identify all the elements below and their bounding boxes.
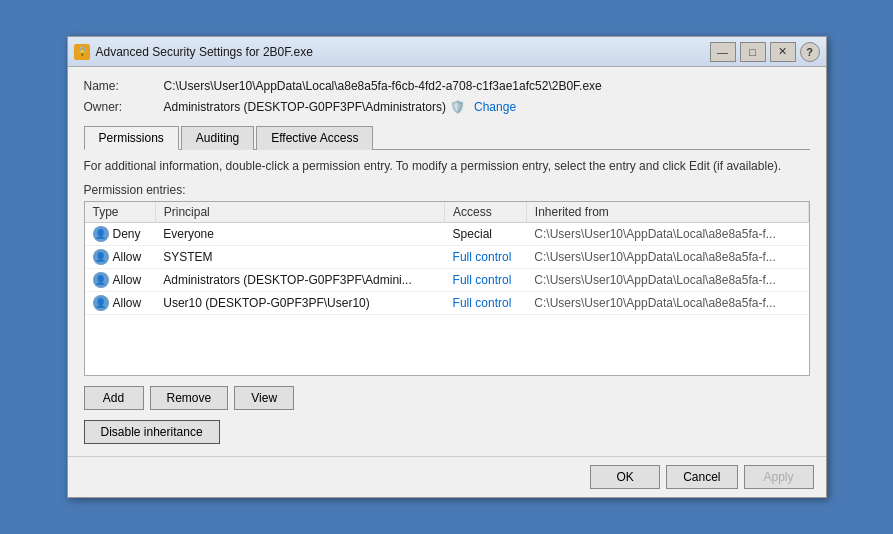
- close-button[interactable]: ✕: [770, 42, 796, 62]
- table-row[interactable]: 👤AllowSYSTEMFull controlC:\Users\User10\…: [85, 245, 809, 268]
- name-value: C:\Users\User10\AppData\Local\a8e8a5fa-f…: [164, 79, 602, 93]
- maximize-button[interactable]: □: [740, 42, 766, 62]
- window-icon: 🔒: [74, 44, 90, 60]
- section-label: Permission entries:: [84, 183, 810, 197]
- cancel-button[interactable]: Cancel: [666, 465, 737, 489]
- ok-button[interactable]: OK: [590, 465, 660, 489]
- cell-principal: Administrators (DESKTOP-G0PF3PF\Admini..…: [155, 268, 444, 291]
- tab-effective-access[interactable]: Effective Access: [256, 126, 373, 150]
- table-row[interactable]: 👤DenyEveryoneSpecialC:\Users\User10\AppD…: [85, 222, 809, 245]
- shield-icon: 🛡️: [450, 99, 466, 115]
- cell-type: 👤Allow: [85, 268, 156, 291]
- col-inherited: Inherited from: [526, 202, 808, 223]
- type-text: Allow: [113, 250, 142, 264]
- permissions-table: Type Principal Access Inherited from 👤De…: [85, 202, 809, 315]
- cell-type: 👤Allow: [85, 291, 156, 314]
- window-title: Advanced Security Settings for 2B0F.exe: [96, 45, 313, 59]
- table-header-row: Type Principal Access Inherited from: [85, 202, 809, 223]
- disable-inheritance-button[interactable]: Disable inheritance: [84, 420, 220, 444]
- col-principal: Principal: [155, 202, 444, 223]
- table-row[interactable]: 👤AllowUser10 (DESKTOP-G0PF3PF\User10)Ful…: [85, 291, 809, 314]
- full-control-link[interactable]: Full control: [453, 296, 512, 310]
- cell-principal: SYSTEM: [155, 245, 444, 268]
- apply-button[interactable]: Apply: [744, 465, 814, 489]
- cell-principal: Everyone: [155, 222, 444, 245]
- full-control-link[interactable]: Full control: [453, 273, 512, 287]
- cell-inherited: C:\Users\User10\AppData\Local\a8e8a5fa-f…: [526, 291, 808, 314]
- name-label: Name:: [84, 79, 164, 93]
- table-row[interactable]: 👤AllowAdministrators (DESKTOP-G0PF3PF\Ad…: [85, 268, 809, 291]
- change-link[interactable]: Change: [474, 100, 516, 114]
- name-row: Name: C:\Users\User10\AppData\Local\a8e8…: [84, 79, 810, 93]
- cell-access: Full control: [445, 268, 527, 291]
- help-button[interactable]: ?: [800, 42, 820, 62]
- user-avatar-icon: 👤: [93, 226, 109, 242]
- title-bar: 🔒 Advanced Security Settings for 2B0F.ex…: [68, 37, 826, 67]
- tabs-container: Permissions Auditing Effective Access: [84, 125, 810, 150]
- full-control-link[interactable]: Full control: [453, 250, 512, 264]
- user-avatar-icon: 👤: [93, 272, 109, 288]
- type-text: Allow: [113, 296, 142, 310]
- minimize-button[interactable]: —: [710, 42, 736, 62]
- type-text: Deny: [113, 227, 141, 241]
- cell-inherited: C:\Users\User10\AppData\Local\a8e8a5fa-f…: [526, 222, 808, 245]
- col-access: Access: [445, 202, 527, 223]
- owner-label: Owner:: [84, 100, 164, 114]
- tab-auditing[interactable]: Auditing: [181, 126, 254, 150]
- cell-inherited: C:\Users\User10\AppData\Local\a8e8a5fa-f…: [526, 245, 808, 268]
- action-buttons: Add Remove View: [84, 386, 810, 410]
- cell-type: 👤Allow: [85, 245, 156, 268]
- user-avatar-icon: 👤: [93, 295, 109, 311]
- cell-principal: User10 (DESKTOP-G0PF3PF\User10): [155, 291, 444, 314]
- user-avatar-icon: 👤: [93, 249, 109, 265]
- owner-row: Owner: Administrators (DESKTOP-G0PF3PF\A…: [84, 99, 810, 115]
- description-text: For additional information, double-click…: [84, 158, 810, 175]
- owner-value: Administrators (DESKTOP-G0PF3PF\Administ…: [164, 100, 447, 114]
- bottom-bar: OK Cancel Apply: [68, 456, 826, 497]
- cell-inherited: C:\Users\User10\AppData\Local\a8e8a5fa-f…: [526, 268, 808, 291]
- col-type: Type: [85, 202, 156, 223]
- cell-access: Full control: [445, 245, 527, 268]
- add-button[interactable]: Add: [84, 386, 144, 410]
- permissions-table-container: Type Principal Access Inherited from 👤De…: [84, 201, 810, 376]
- cell-type: 👤Deny: [85, 222, 156, 245]
- tab-permissions[interactable]: Permissions: [84, 126, 179, 150]
- type-text: Allow: [113, 273, 142, 287]
- cell-access: Full control: [445, 291, 527, 314]
- view-button[interactable]: View: [234, 386, 294, 410]
- cell-access: Special: [445, 222, 527, 245]
- remove-button[interactable]: Remove: [150, 386, 229, 410]
